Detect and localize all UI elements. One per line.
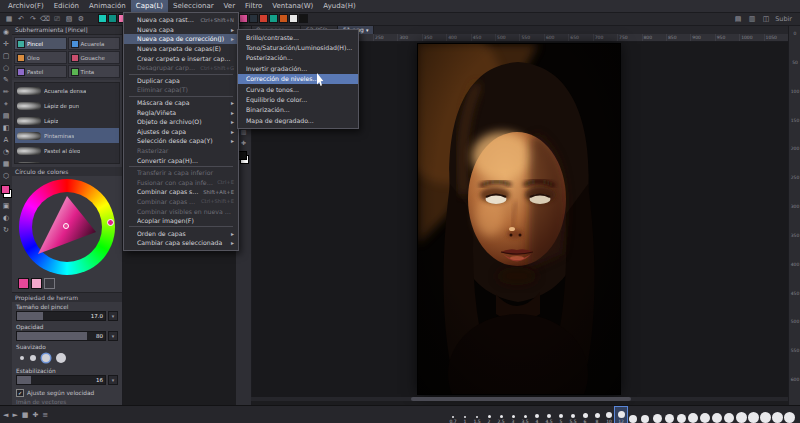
- tool-icon[interactable]: ✏: [3, 87, 9, 98]
- brush-size-preset[interactable]: [651, 407, 663, 423]
- submenu-item[interactable]: Posterización...: [238, 53, 358, 63]
- saturation-marker[interactable]: [63, 223, 69, 229]
- dock-icon[interactable]: ✚: [241, 138, 246, 147]
- speed-adjust-checkbox[interactable]: ✓: [16, 389, 24, 397]
- recent-color-swatch[interactable]: [18, 278, 29, 289]
- color-wheel[interactable]: [19, 179, 115, 275]
- tool-icon[interactable]: ⬡: [3, 171, 9, 182]
- brush-group-button[interactable]: Pastel: [14, 65, 67, 78]
- color-swatch[interactable]: [98, 14, 107, 23]
- layer-menu-item[interactable]: Eliminar capa(T): [124, 85, 238, 95]
- tool-icon[interactable]: ○: [3, 63, 9, 74]
- tool-icon[interactable]: ✎: [3, 75, 9, 86]
- tool-icon[interactable]: ↻: [3, 225, 9, 236]
- dock-color-chips[interactable]: [238, 151, 249, 164]
- subtool-item[interactable]: Lápiz: [15, 113, 119, 128]
- brush-group-button[interactable]: Óleo: [14, 51, 67, 64]
- subtool-item[interactable]: Acuarela densa: [15, 83, 119, 98]
- empty-color-slot[interactable]: [44, 278, 55, 289]
- layer-menu-item[interactable]: Combinar capas visibles Ctrl+Shift+E: [124, 197, 238, 207]
- brush-size-preset[interactable]: 0.7: [447, 407, 459, 423]
- brush-group-button[interactable]: Acuarela: [68, 37, 121, 50]
- tool-icon[interactable]: ◔: [3, 147, 9, 158]
- brush-size-preset[interactable]: 8: [591, 407, 603, 423]
- toolbar-icon[interactable]: ↷: [28, 15, 38, 23]
- stabilization-control[interactable]: 16 ▾: [16, 375, 118, 385]
- menubar-item[interactable]: Ver: [219, 0, 240, 12]
- brush-size-preset[interactable]: [627, 407, 639, 423]
- brush-size-preset[interactable]: 6: [579, 407, 591, 423]
- color-swatch[interactable]: [249, 14, 258, 23]
- stabilization-caret[interactable]: ▾: [108, 375, 118, 385]
- tool-icon[interactable]: A: [4, 135, 9, 146]
- submenu-item[interactable]: Invertir gradación...: [238, 63, 358, 73]
- color-swatch[interactable]: [239, 14, 248, 23]
- workspace-icon[interactable]: ◫: [761, 15, 771, 23]
- color-swatch[interactable]: [299, 14, 308, 23]
- speed-adjust-row[interactable]: ✓ Ajuste según velocidad: [12, 386, 122, 397]
- dock-fg-chip[interactable]: [238, 151, 247, 160]
- layer-menu-item[interactable]: Objeto de archivo(O): [124, 117, 238, 127]
- smoothing-level-dot[interactable]: [56, 353, 66, 363]
- horizontal-scrollbar[interactable]: [251, 397, 788, 401]
- brush-size-preset[interactable]: 10: [603, 407, 615, 423]
- brush-size-preset[interactable]: 5.5: [567, 407, 579, 423]
- layer-menu-item[interactable]: Nueva capa de corrección(J): [124, 34, 238, 44]
- brush-size-preset[interactable]: [687, 407, 699, 423]
- brush-size-caret[interactable]: ▾: [108, 311, 118, 321]
- brush-size-preset[interactable]: 1: [459, 407, 471, 423]
- brush-size-preset[interactable]: 3.5: [519, 407, 531, 423]
- subtool-item[interactable]: Pintaminas: [15, 128, 119, 143]
- layer-menu-item[interactable]: Fusionar con capa inferior Ctrl+E: [124, 178, 238, 188]
- stabilization-slider[interactable]: 16: [16, 375, 106, 385]
- layer-menu-item[interactable]: Regla/Viñeta: [124, 107, 238, 117]
- layer-menu-item[interactable]: Ajustes de capa: [124, 127, 238, 137]
- brush-size-preset[interactable]: [663, 407, 675, 423]
- upload-label[interactable]: Subir: [775, 15, 792, 23]
- toolbar-icon[interactable]: ⚙: [76, 15, 86, 23]
- tool-icon[interactable]: ◐: [3, 213, 9, 224]
- workspace-icon[interactable]: ▤: [733, 15, 743, 23]
- smoothing-level-dot[interactable]: [42, 354, 50, 362]
- brush-size-preset[interactable]: [639, 407, 651, 423]
- brush-size-preset[interactable]: 2.5: [495, 407, 507, 423]
- brush-size-preset[interactable]: 2: [483, 407, 495, 423]
- brush-size-preset[interactable]: [783, 407, 795, 423]
- toolbar-icon[interactable]: ▦: [4, 15, 14, 23]
- menubar-item[interactable]: Filtro: [240, 0, 267, 12]
- layer-menu-item[interactable]: Orden de capas: [124, 228, 238, 238]
- layer-menu-item[interactable]: Combinar capas seleccionadas(S) Shift+Al…: [124, 187, 238, 197]
- layer-menu-item[interactable]: Crear carpeta e insertar capa(F): [124, 53, 238, 63]
- foreground-color-chip[interactable]: [1, 185, 10, 194]
- brush-size-preset[interactable]: [699, 407, 711, 423]
- brush-size-preset[interactable]: 3: [507, 407, 519, 423]
- toolbar-icon[interactable]: ▧: [64, 15, 74, 23]
- layer-menu-item[interactable]: Combinar visibles en nueva capa(B): [124, 206, 238, 216]
- hue-marker[interactable]: [107, 219, 114, 226]
- brush-size-preset[interactable]: [723, 407, 735, 423]
- brush-size-preset[interactable]: [771, 407, 783, 423]
- submenu-item[interactable]: Tono/Saturación/Luminosidad(H)...: [238, 42, 358, 52]
- submenu-item[interactable]: Binarización...: [238, 105, 358, 115]
- scrollbar-thumb[interactable]: [411, 397, 631, 401]
- smoothing-level-dot[interactable]: [30, 355, 36, 361]
- brush-size-preset[interactable]: [711, 407, 723, 423]
- brush-size-preset[interactable]: 4.5: [543, 407, 555, 423]
- strip-control-icon[interactable]: ■: [22, 411, 29, 419]
- color-swatch[interactable]: [259, 14, 268, 23]
- brush-size-slider[interactable]: 17.0: [16, 311, 106, 321]
- tool-icon[interactable]: ◉: [3, 27, 9, 38]
- brush-group-button[interactable]: Gouache: [68, 51, 121, 64]
- menubar-item[interactable]: Capa(L): [131, 0, 168, 12]
- layer-menu-item[interactable]: Nueva capa rasterizada Ctrl+Shift+N: [124, 15, 238, 25]
- brush-size-preset[interactable]: [759, 407, 771, 423]
- strip-control-icon[interactable]: ✚: [32, 411, 38, 419]
- workspace-icon[interactable]: ▥: [747, 15, 757, 23]
- recent-color-swatch[interactable]: [31, 278, 42, 289]
- tool-icon[interactable]: ◧: [3, 123, 10, 134]
- opacity-control[interactable]: 80 ▾: [16, 331, 118, 341]
- layer-menu-item[interactable]: Convertir capa(H)...: [124, 155, 238, 165]
- brush-size-preset[interactable]: 5: [555, 407, 567, 423]
- menubar-item[interactable]: Edición: [49, 0, 84, 12]
- subtool-item[interactable]: Tiza: [15, 158, 119, 164]
